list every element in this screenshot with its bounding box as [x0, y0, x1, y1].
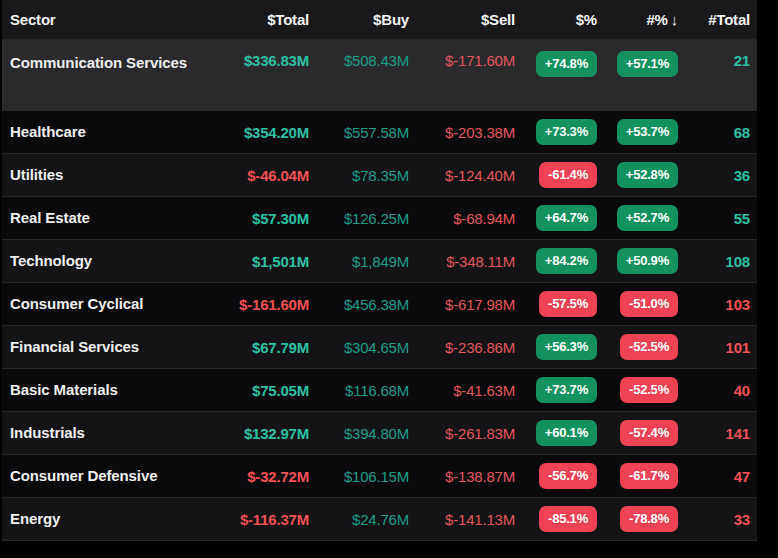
num-total-value: 108 — [678, 253, 757, 270]
dollar-pct-cell: +73.7% — [515, 377, 597, 403]
dollar-pct-cell: +84.2% — [515, 248, 597, 274]
column-header-dollar-buy[interactable]: $Buy — [309, 11, 409, 28]
dollar-pct-badge: +84.2% — [536, 248, 597, 274]
dollar-sell-value: $-68.94M — [409, 210, 515, 227]
dollar-sell-value: $-261.83M — [409, 425, 515, 442]
dollar-sell-value: $-171.60M — [409, 40, 515, 69]
column-header-dollar-total[interactable]: $Total — [209, 11, 309, 28]
dollar-pct-cell: +60.1% — [515, 420, 597, 446]
sector-name: Real Estate — [2, 207, 209, 229]
num-pct-badge: -61.7% — [620, 463, 678, 489]
sector-name: Basic Materials — [2, 379, 209, 401]
dollar-buy-value: $106.15M — [309, 468, 409, 485]
dollar-buy-value: $116.68M — [309, 382, 409, 399]
num-total-value: 40 — [678, 382, 757, 399]
dollar-sell-value: $-138.87M — [409, 468, 515, 485]
dollar-buy-value: $24.76M — [309, 511, 409, 528]
dollar-total-value: $-161.60M — [209, 296, 309, 313]
dollar-sell-value: $-617.98M — [409, 296, 515, 313]
dollar-buy-value: $508.43M — [309, 40, 409, 69]
table-row[interactable]: Technology $1,501M $1,849M $-348.11M +84… — [2, 239, 757, 282]
table-row[interactable]: Real Estate $57.30M $126.25M $-68.94M +6… — [2, 196, 757, 239]
sector-name: Financial Services — [2, 336, 209, 358]
table-body: Communication Services $336.83M $508.43M… — [2, 40, 757, 541]
num-pct-badge: -52.5% — [620, 334, 678, 360]
table-row[interactable]: Energy $-116.37M $24.76M $-141.13M -85.1… — [2, 497, 757, 540]
dollar-total-value: $-116.37M — [209, 511, 309, 528]
table-row[interactable]: Healthcare $354.20M $557.58M $-203.38M +… — [2, 110, 757, 153]
num-pct-badge: -51.0% — [620, 291, 678, 317]
sector-name: Energy — [2, 508, 209, 530]
dollar-pct-cell: -57.5% — [515, 291, 597, 317]
dollar-pct-badge: +73.7% — [536, 377, 597, 403]
num-pct-cell: +52.8% — [597, 162, 678, 188]
dollar-pct-cell: +74.8% — [515, 40, 597, 77]
column-header-sector[interactable]: Sector — [2, 11, 209, 28]
dollar-sell-value: $-236.86M — [409, 339, 515, 356]
sector-name: Technology — [2, 250, 209, 272]
column-header-num-pct[interactable]: #%↓ — [597, 11, 678, 28]
sector-name: Communication Services — [2, 40, 209, 74]
dollar-pct-badge: -61.4% — [539, 162, 597, 188]
num-pct-badge: +52.8% — [617, 162, 678, 188]
sector-name: Utilities — [2, 164, 209, 186]
dollar-total-value: $57.30M — [209, 210, 309, 227]
table-row[interactable]: Industrials $132.97M $394.80M $-261.83M … — [2, 411, 757, 454]
num-total-value: 33 — [678, 511, 757, 528]
dollar-total-value: $1,501M — [209, 253, 309, 270]
num-pct-badge: +57.1% — [617, 51, 678, 77]
dollar-total-value: $75.05M — [209, 382, 309, 399]
table-row[interactable]: Basic Materials $75.05M $116.68M $-41.63… — [2, 368, 757, 411]
sector-table: Sector $Total $Buy $Sell $% #%↓ #Total C… — [2, 0, 757, 541]
sector-name: Consumer Defensive — [2, 465, 209, 487]
num-pct-cell: -61.7% — [597, 463, 678, 489]
dollar-buy-value: $1,849M — [309, 253, 409, 270]
dollar-pct-cell: -56.7% — [515, 463, 597, 489]
num-total-value: 103 — [678, 296, 757, 313]
num-total-value: 101 — [678, 339, 757, 356]
sector-name: Healthcare — [2, 121, 209, 143]
dollar-pct-cell: +64.7% — [515, 205, 597, 231]
dollar-buy-value: $304.65M — [309, 339, 409, 356]
num-pct-badge: +50.9% — [617, 248, 678, 274]
table-row[interactable]: Communication Services $336.83M $508.43M… — [2, 40, 757, 110]
num-pct-cell: +50.9% — [597, 248, 678, 274]
table-header-row: Sector $Total $Buy $Sell $% #%↓ #Total — [2, 0, 757, 40]
dollar-pct-badge: +74.8% — [536, 51, 597, 77]
dollar-sell-value: $-41.63M — [409, 382, 515, 399]
dollar-buy-value: $126.25M — [309, 210, 409, 227]
sector-name: Consumer Cyclical — [2, 293, 209, 315]
num-total-value: 21 — [678, 40, 757, 69]
dollar-sell-value: $-124.40M — [409, 167, 515, 184]
dollar-total-value: $132.97M — [209, 425, 309, 442]
num-pct-cell: -51.0% — [597, 291, 678, 317]
num-pct-cell: -52.5% — [597, 334, 678, 360]
dollar-sell-value: $-203.38M — [409, 124, 515, 141]
num-total-value: 55 — [678, 210, 757, 227]
column-header-dollar-sell[interactable]: $Sell — [409, 11, 515, 28]
num-pct-badge: +53.7% — [617, 119, 678, 145]
num-pct-cell: +53.7% — [597, 119, 678, 145]
dollar-pct-badge: +64.7% — [536, 205, 597, 231]
table-row[interactable]: Consumer Cyclical $-161.60M $456.38M $-6… — [2, 282, 757, 325]
column-header-dollar-pct[interactable]: $% — [515, 11, 597, 28]
column-header-num-pct-label: #% — [646, 11, 667, 28]
dollar-total-value: $-46.04M — [209, 167, 309, 184]
num-pct-badge: +52.7% — [617, 205, 678, 231]
num-pct-badge: -52.5% — [620, 377, 678, 403]
table-row[interactable]: Utilities $-46.04M $78.35M $-124.40M -61… — [2, 153, 757, 196]
num-pct-badge: -78.8% — [620, 506, 678, 532]
dollar-pct-badge: -85.1% — [539, 506, 597, 532]
dollar-pct-badge: -57.5% — [539, 291, 597, 317]
table-row[interactable]: Consumer Defensive $-32.72M $106.15M $-1… — [2, 454, 757, 497]
dollar-buy-value: $78.35M — [309, 167, 409, 184]
num-total-value: 47 — [678, 468, 757, 485]
column-header-num-total[interactable]: #Total — [678, 11, 757, 28]
dollar-pct-badge: +73.3% — [536, 119, 597, 145]
table-row[interactable]: Financial Services $67.79M $304.65M $-23… — [2, 325, 757, 368]
dollar-buy-value: $557.58M — [309, 124, 409, 141]
dollar-total-value: $336.83M — [209, 40, 309, 69]
dollar-pct-cell: +56.3% — [515, 334, 597, 360]
num-pct-cell: +57.1% — [597, 40, 678, 77]
dollar-pct-badge: +56.3% — [536, 334, 597, 360]
